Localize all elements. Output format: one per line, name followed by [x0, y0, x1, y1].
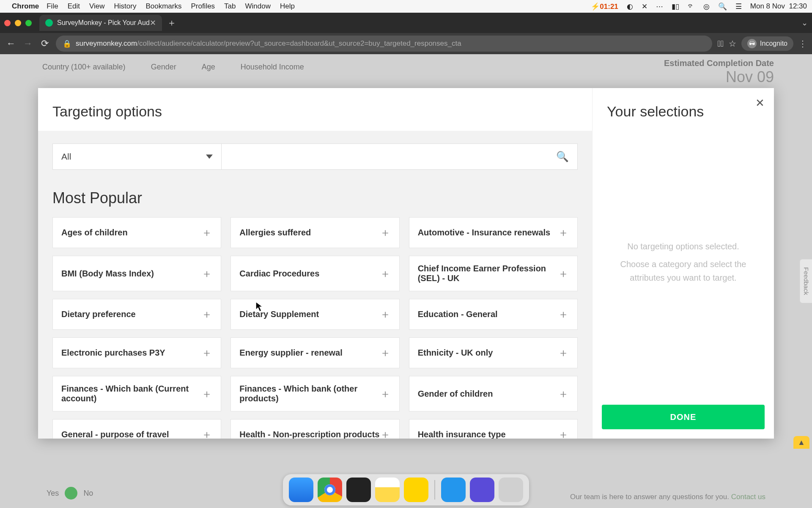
search-row: All 🔍: [52, 144, 578, 170]
plus-icon: ＋: [201, 427, 212, 439]
kebab-menu-icon[interactable]: ⋮: [798, 39, 807, 49]
wifi-icon[interactable]: ᯤ: [688, 2, 695, 11]
battery-icon[interactable]: ▮▯: [672, 2, 679, 11]
targeting-option[interactable]: Ages of children＋: [52, 217, 221, 248]
targeting-option[interactable]: Finances - Which bank (Current account)＋: [52, 376, 221, 411]
tab-overflow-icon[interactable]: ⌄: [801, 18, 808, 28]
tab-favicon-icon: [45, 19, 53, 27]
dock-chrome-icon[interactable]: [318, 478, 342, 502]
status-icon-2[interactable]: ✕: [642, 2, 647, 11]
eye-off-icon[interactable]: 👁̸: [717, 39, 724, 49]
plus-icon: ＋: [380, 307, 391, 322]
menubar-clock[interactable]: Mon 8 Nov 12:30: [750, 2, 807, 11]
window-controls: [4, 20, 32, 26]
plus-icon: ＋: [558, 307, 569, 322]
scroll-top-button[interactable]: ▲: [793, 436, 809, 449]
tab-close-icon[interactable]: ✕: [150, 18, 156, 28]
close-icon[interactable]: ✕: [755, 97, 765, 110]
targeting-option[interactable]: BMI (Body Mass Index)＋: [52, 256, 221, 291]
dock-streamdeck-icon[interactable]: [470, 478, 494, 502]
menu-window[interactable]: Window: [245, 2, 271, 11]
targeting-option[interactable]: Education - General＋: [409, 299, 578, 330]
targeting-option[interactable]: Automotive - Insurance renewals＋: [409, 217, 578, 248]
plus-icon: ＋: [558, 387, 569, 401]
dock-trash-icon[interactable]: [499, 478, 523, 502]
dock-docker-icon[interactable]: [441, 478, 466, 502]
dock-finder-icon[interactable]: [289, 478, 313, 502]
nav-reload-button[interactable]: ⟳: [39, 38, 51, 49]
menubar-app-name[interactable]: Chrome: [12, 2, 39, 11]
star-icon[interactable]: ☆: [729, 39, 736, 49]
status-icon-1[interactable]: ◐: [627, 2, 633, 11]
targeting-option[interactable]: Electronic purchases P3Y＋: [52, 337, 221, 368]
menu-profiles[interactable]: Profiles: [191, 2, 215, 11]
status-icon-3[interactable]: ⋯: [656, 2, 663, 11]
targeting-option[interactable]: Gender of children＋: [409, 376, 578, 411]
targeting-option[interactable]: Cardiac Procedures＋: [230, 256, 399, 291]
window-close-button[interactable]: [4, 20, 11, 26]
dock-notes-icon[interactable]: [375, 478, 400, 502]
window-maximize-button[interactable]: [25, 20, 32, 26]
new-tab-button[interactable]: ＋: [167, 17, 176, 29]
menu-tab[interactable]: Tab: [224, 2, 236, 11]
menu-help[interactable]: Help: [280, 2, 295, 11]
control-center-icon[interactable]: ◎: [703, 2, 710, 11]
plus-icon: ＋: [201, 225, 212, 240]
menu-file[interactable]: File: [47, 2, 58, 11]
targeting-option[interactable]: Health - Non-prescription products＋: [230, 419, 399, 439]
plus-icon: ＋: [380, 387, 391, 401]
option-label: Electronic purchases P3Y: [61, 348, 165, 358]
dock-divider: [434, 480, 435, 500]
nav-back-button[interactable]: ←: [5, 38, 17, 49]
search-input[interactable]: [230, 152, 556, 162]
page-content: Country (100+ available) Gender Age Hous…: [0, 54, 812, 508]
option-label: Dietary preference: [61, 309, 136, 319]
targeting-option[interactable]: Chief Income Earner Profession (SEL) - U…: [409, 256, 578, 291]
browser-tab[interactable]: SurveyMonkey - Pick Your Aud ✕: [39, 15, 162, 31]
targeting-option[interactable]: Allergies suffered＋: [230, 217, 399, 248]
menubar-time: 12:30: [789, 2, 807, 10]
targeting-option[interactable]: Dietary preference＋: [52, 299, 221, 330]
url-host: surveymonkey.com: [76, 39, 137, 48]
spotlight-icon[interactable]: 🔍: [718, 2, 727, 11]
battery-time-value: 01:21: [600, 3, 618, 11]
targeting-option[interactable]: Dietary Supplement＋: [230, 299, 399, 330]
targeting-option[interactable]: Health insurance type＋: [409, 419, 578, 439]
plus-icon: ＋: [558, 345, 569, 360]
plus-icon: ＋: [380, 266, 391, 281]
selections-empty-state: No targeting options selected. Choose a …: [593, 128, 774, 395]
targeting-option[interactable]: General - purpose of travel＋: [52, 419, 221, 439]
targeting-option[interactable]: Energy supplier - renewal＋: [230, 337, 399, 368]
targeting-option[interactable]: Ethnicity - UK only＋: [409, 337, 578, 368]
search-input-wrapper: 🔍: [222, 144, 578, 170]
incognito-indicator[interactable]: 🕶 Incognito: [741, 36, 793, 51]
menu-bookmarks[interactable]: Bookmarks: [145, 2, 181, 11]
option-label: Finances - Which bank (Current account): [61, 384, 201, 403]
option-label: Cardiac Procedures: [239, 269, 319, 279]
tab-title: SurveyMonkey - Pick Your Aud: [57, 19, 150, 27]
chevron-down-icon: [206, 155, 213, 159]
address-bar[interactable]: 🔒 surveymonkey.com/collect/audience/calc…: [56, 36, 712, 52]
mac-menubar: Chrome File Edit View History Bookmarks …: [0, 0, 812, 13]
siri-icon[interactable]: ☰: [735, 2, 742, 11]
menubar-date: Mon 8 Nov: [750, 2, 785, 10]
lock-icon: 🔒: [63, 39, 71, 48]
category-select[interactable]: All: [52, 144, 222, 170]
targeting-option[interactable]: Finances - Which bank (other products)＋: [230, 376, 399, 411]
done-button[interactable]: DONE: [602, 405, 765, 429]
dock-app-icon[interactable]: [404, 478, 428, 502]
menu-edit[interactable]: Edit: [68, 2, 80, 11]
search-icon[interactable]: 🔍: [556, 151, 569, 163]
dock-terminal-icon[interactable]: [346, 478, 371, 502]
option-label: Ages of children: [61, 228, 128, 237]
option-label: Gender of children: [418, 389, 493, 399]
modal-title: Targeting options: [38, 88, 592, 131]
feedback-tab[interactable]: Feedback: [800, 259, 812, 303]
plus-icon: ＋: [201, 387, 212, 401]
window-minimize-button[interactable]: [15, 20, 21, 26]
empty-line-2: Choose a category and select the attribu…: [609, 257, 757, 284]
nav-forward-button[interactable]: →: [22, 38, 34, 49]
menu-view[interactable]: View: [89, 2, 105, 11]
battery-time-icon[interactable]: ⚡01:21: [591, 2, 618, 11]
menu-history[interactable]: History: [114, 2, 136, 11]
